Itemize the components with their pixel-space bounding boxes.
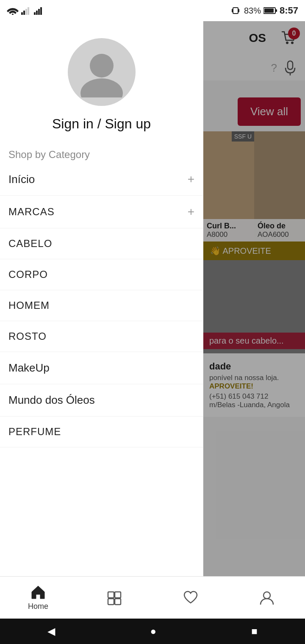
system-nav: ◀ ● ■ bbox=[0, 619, 305, 644]
svg-rect-22 bbox=[115, 592, 121, 598]
svg-rect-5 bbox=[34, 12, 36, 15]
svg-point-25 bbox=[263, 592, 270, 599]
svg-rect-9 bbox=[233, 8, 238, 14]
svg-rect-2 bbox=[23, 11, 25, 15]
clock: 8:57 bbox=[280, 5, 298, 16]
svg-rect-7 bbox=[38, 9, 40, 15]
status-left bbox=[7, 6, 44, 15]
svg-rect-1 bbox=[21, 12, 23, 15]
tab-account[interactable] bbox=[229, 590, 305, 605]
svg-rect-4 bbox=[28, 7, 29, 15]
svg-rect-3 bbox=[25, 9, 27, 15]
svg-rect-10 bbox=[232, 9, 233, 12]
plus-icon-marcas: + bbox=[188, 205, 194, 219]
nav-item-perfume[interactable]: PERFUME bbox=[0, 416, 203, 447]
tab-home[interactable]: Home bbox=[0, 584, 76, 611]
heart-icon bbox=[183, 590, 199, 605]
tab-palette[interactable] bbox=[76, 590, 152, 605]
nav-item-makeup[interactable]: MakeUp bbox=[0, 352, 203, 384]
svg-rect-21 bbox=[108, 592, 114, 598]
back-button[interactable]: ◀ bbox=[47, 625, 55, 637]
svg-point-16 bbox=[80, 78, 123, 97]
nav-item-homem[interactable]: HOMEM bbox=[0, 290, 203, 321]
right-panel: OS 0 ? View all bbox=[203, 21, 305, 602]
sidebar-drawer[interactable]: Sign in / Sign up Shop by Category Iníci… bbox=[0, 21, 203, 602]
status-right: 83% 8:57 bbox=[231, 5, 298, 16]
tab-home-label: Home bbox=[28, 602, 48, 611]
account-icon bbox=[259, 590, 275, 605]
bottom-nav: Home bbox=[0, 576, 305, 619]
svg-rect-6 bbox=[36, 11, 38, 15]
signal-icon bbox=[21, 6, 31, 15]
home-button[interactable]: ● bbox=[150, 625, 156, 637]
svg-rect-8 bbox=[40, 7, 42, 15]
nav-item-mundo-oleos[interactable]: Mundo dos Óleos bbox=[0, 384, 203, 416]
home-icon bbox=[30, 584, 46, 600]
plus-icon-inicio: + bbox=[188, 172, 194, 186]
auth-section: Sign in / Sign up bbox=[0, 21, 203, 144]
svg-rect-14 bbox=[276, 9, 277, 12]
nav-item-corpo[interactable]: CORPO bbox=[0, 259, 203, 290]
nav-item-inicio[interactable]: Início + bbox=[0, 163, 203, 196]
user-icon bbox=[76, 47, 127, 97]
vibrate-icon bbox=[231, 6, 240, 15]
tab-wishlist[interactable] bbox=[152, 590, 229, 605]
svg-point-0 bbox=[12, 14, 14, 15]
svg-rect-13 bbox=[264, 8, 274, 13]
svg-point-15 bbox=[90, 54, 114, 78]
wifi-icon bbox=[7, 6, 19, 15]
avatar[interactable] bbox=[68, 38, 136, 106]
battery-text: 83% bbox=[244, 6, 261, 16]
svg-rect-11 bbox=[238, 9, 239, 12]
svg-rect-24 bbox=[115, 599, 121, 605]
category-label: Shop by Category bbox=[0, 144, 203, 163]
nav-item-rosto[interactable]: ROSTO bbox=[0, 321, 203, 352]
svg-rect-23 bbox=[108, 599, 114, 605]
main-container: Sign in / Sign up Shop by Category Iníci… bbox=[0, 21, 305, 602]
status-bar: 83% 8:57 bbox=[0, 0, 305, 21]
palette-icon bbox=[106, 590, 122, 605]
recent-button[interactable]: ■ bbox=[251, 625, 258, 637]
dim-overlay bbox=[203, 21, 305, 602]
nav-item-marcas[interactable]: MARCAS + bbox=[0, 196, 203, 228]
battery-icon bbox=[263, 7, 277, 14]
nav-item-cabelo[interactable]: CABELO bbox=[0, 228, 203, 259]
signal2-icon bbox=[34, 6, 44, 15]
sign-in-button[interactable]: Sign in / Sign up bbox=[52, 116, 151, 132]
